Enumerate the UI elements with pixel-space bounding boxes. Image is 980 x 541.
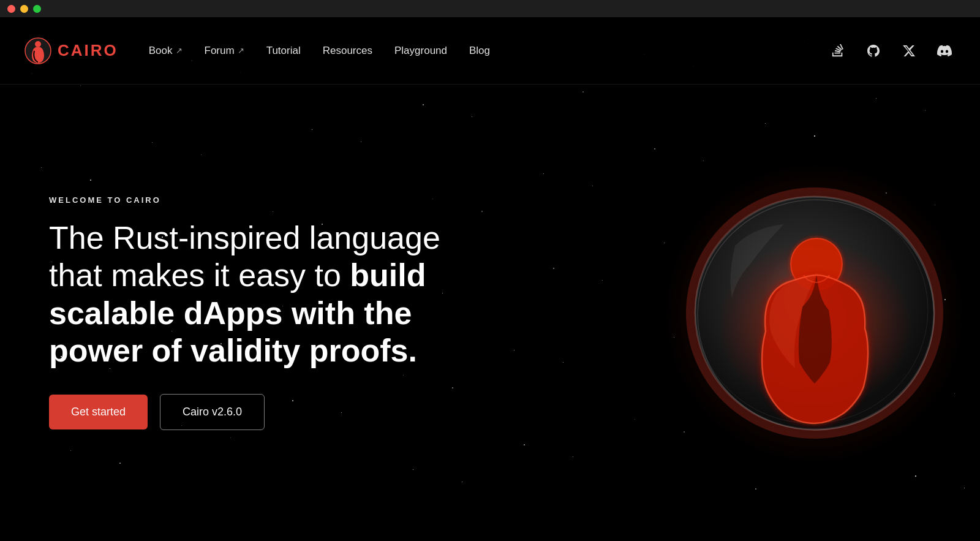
svg-point-1 — [35, 41, 41, 47]
hero-buttons: Get started Cairo v2.6.0 — [49, 394, 466, 430]
nav-link-blog[interactable]: Blog — [469, 45, 490, 57]
logo-link[interactable]: CAIRO — [24, 37, 118, 64]
nav-right-icons — [827, 40, 956, 62]
nav-link-tutorial[interactable]: Tutorial — [266, 45, 301, 57]
stackoverflow-icon-link[interactable] — [827, 40, 849, 62]
cairo-coin-svg — [686, 184, 943, 442]
stackoverflow-icon — [831, 44, 845, 58]
traffic-light-maximize[interactable] — [33, 5, 41, 13]
hero-section: WELCOME TO CAIRO The Rust-inspired langu… — [0, 85, 980, 541]
hero-3d-logo — [686, 184, 943, 442]
nav-links: Book ↗ Forum ↗ Tutorial Resources Playgr… — [149, 45, 827, 57]
discord-icon-link[interactable] — [933, 40, 956, 62]
nav-link-playground[interactable]: Playground — [394, 45, 447, 57]
window-chrome — [0, 0, 980, 17]
nav-link-forum[interactable]: Forum ↗ — [205, 45, 244, 57]
version-button[interactable]: Cairo v2.6.0 — [160, 394, 265, 430]
navbar: CAIRO Book ↗ Forum ↗ Tutorial Resources … — [0, 17, 980, 85]
nav-link-resources[interactable]: Resources — [323, 45, 372, 57]
app-container: CAIRO Book ↗ Forum ↗ Tutorial Resources … — [0, 17, 980, 541]
traffic-light-close[interactable] — [7, 5, 15, 13]
hero-content: WELCOME TO CAIRO The Rust-inspired langu… — [49, 195, 466, 430]
logo-text: CAIRO — [58, 41, 118, 60]
logo-icon — [24, 37, 51, 64]
hero-eyebrow: WELCOME TO CAIRO — [49, 195, 466, 205]
external-link-icon-forum: ↗ — [238, 46, 244, 55]
get-started-button[interactable]: Get started — [49, 395, 148, 429]
twitter-x-icon-link[interactable] — [898, 40, 920, 62]
external-link-icon-book: ↗ — [176, 46, 183, 55]
nav-link-book[interactable]: Book ↗ — [149, 45, 183, 57]
hero-title: The Rust-inspired language that makes it… — [49, 219, 466, 369]
github-icon — [866, 44, 881, 58]
coin-container — [686, 184, 943, 442]
traffic-light-minimize[interactable] — [20, 5, 28, 13]
twitter-x-icon — [902, 44, 916, 58]
discord-icon — [937, 44, 952, 58]
github-icon-link[interactable] — [862, 40, 884, 62]
